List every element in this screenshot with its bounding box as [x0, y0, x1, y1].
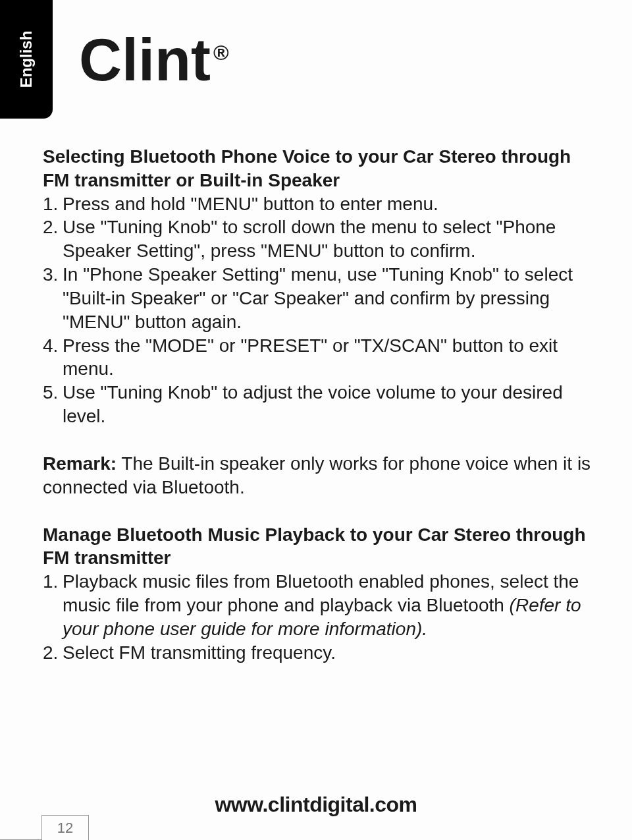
list-number: 1. [43, 192, 63, 216]
remark-paragraph: Remark: The Built-in speaker only works … [43, 452, 599, 499]
list-text: Press and hold "MENU" button to enter me… [63, 192, 599, 216]
registered-mark: ® [213, 41, 229, 65]
language-tab: English [0, 0, 53, 119]
list-item: 1. Playback music files from Bluetooth e… [43, 570, 599, 640]
brand-logo: Clint® [79, 26, 229, 94]
remark-text: The Built-in speaker only works for phon… [43, 453, 591, 497]
list-text: Use "Tuning Knob" to adjust the voice vo… [63, 381, 599, 428]
page-number: 12 [41, 815, 89, 840]
list-number: 2. [43, 215, 63, 263]
page-number-text: 12 [57, 820, 73, 837]
list-item: 5. Use "Tuning Knob" to adjust the voice… [43, 381, 599, 428]
remark-label: Remark: [43, 453, 117, 474]
list-text: Press the "MODE" or "PRESET" or "TX/SCAN… [63, 334, 599, 381]
list-item: 1. Press and hold "MENU" button to enter… [43, 192, 599, 216]
brand-text: Clint [79, 27, 211, 93]
section1-title: Selecting Bluetooth Phone Voice to your … [43, 145, 599, 192]
footer-url: www.clintdigital.com [0, 793, 632, 817]
list-number: 5. [43, 381, 63, 428]
language-label: English [17, 31, 36, 88]
list-number: 4. [43, 334, 63, 381]
list-text: Use "Tuning Knob" to scroll down the men… [63, 215, 599, 263]
section2-title: Manage Bluetooth Music Playback to your … [43, 523, 599, 571]
list-number: 1. [43, 570, 63, 640]
list-text: Select FM transmitting frequency. [63, 641, 599, 665]
page-content: Selecting Bluetooth Phone Voice to your … [43, 145, 599, 665]
list-item: 2. Select FM transmitting frequency. [43, 641, 599, 665]
list-item: 2. Use "Tuning Knob" to scroll down the … [43, 215, 599, 263]
list-number: 3. [43, 263, 63, 333]
list-text: Playback music files from Bluetooth enab… [63, 570, 599, 640]
list-item: 4. Press the "MODE" or "PRESET" or "TX/S… [43, 334, 599, 381]
list-item: 3. In "Phone Speaker Setting" menu, use … [43, 263, 599, 333]
list-text-main: Playback music files from Bluetooth enab… [63, 571, 579, 615]
list-number: 2. [43, 641, 63, 665]
list-text: In "Phone Speaker Setting" menu, use "Tu… [63, 263, 599, 333]
